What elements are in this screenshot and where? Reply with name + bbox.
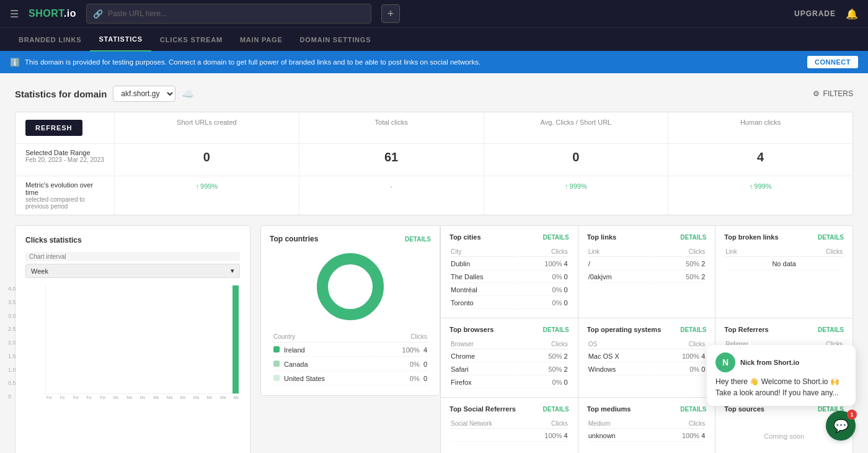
no-data-label: No data: [725, 258, 843, 270]
top-browsers-title: Top browsers: [450, 326, 494, 333]
y-axis: 4.0 3.5 3.0 2.5 2.0 1.5 1.0 0.5 0: [8, 285, 16, 400]
nav-main-page[interactable]: MAIN PAGE: [231, 28, 291, 52]
short-urls-header: Short URLs created: [125, 119, 289, 126]
short-urls-trend: ↑999%: [125, 182, 289, 190]
banner-message: This domain is provided for testing purp…: [25, 58, 802, 66]
top-os-details[interactable]: DETAILS: [680, 326, 706, 333]
domain-selector[interactable]: akf.short.gy: [113, 86, 175, 102]
top-social-referrers-panel: Top Social Referrers DETAILS Social Netw…: [441, 398, 578, 453]
browser-col-header: Browser: [451, 339, 515, 349]
top-social-referrers-details[interactable]: DETAILS: [543, 406, 569, 413]
top-os-title: Top operating systems: [587, 326, 662, 333]
cloud-icon[interactable]: ☁️: [182, 88, 194, 100]
hamburger-icon[interactable]: ☰: [10, 8, 19, 20]
chat-icon: 💬: [833, 418, 849, 433]
y-label-05: 0.5: [8, 380, 16, 386]
country-name: Ireland: [271, 344, 374, 357]
country-pct: 100%: [402, 346, 420, 354]
notification-bell-icon[interactable]: 🔔: [846, 8, 858, 20]
y-label-15: 1.5: [8, 353, 16, 359]
top-cities-header: Top cities DETAILS: [450, 233, 569, 241]
city-row: Dublin100% 4: [451, 258, 568, 270]
avg-clicks-header: Avg. Clicks / Short URL: [494, 119, 658, 126]
city-row: The Dalles0% 0: [451, 271, 568, 283]
medium-row: unknown100% 4: [588, 430, 706, 442]
chat-badge: 1: [847, 410, 857, 419]
country-dot: [273, 375, 280, 381]
date-range-value: Feb 20, 2023 - Mar 22, 2023: [25, 156, 104, 163]
bar-chart: [45, 285, 240, 394]
top-mediums-details[interactable]: DETAILS: [680, 406, 706, 413]
stats-header: Statistics for domain akf.short.gy ☁️ ⚙ …: [15, 86, 853, 102]
y-label-40: 4.0: [8, 285, 16, 292]
y-label-30: 3.0: [8, 313, 16, 319]
evolution-sublabel: selected compared to previous period: [25, 196, 104, 210]
chat-widget: N Nick from Short.io Hey there 👋 Welcome…: [707, 345, 856, 441]
secondary-nav: BRANDED LINKS STATISTICS CLICKS STREAM M…: [0, 27, 868, 51]
url-input-wrap: 🔗: [86, 4, 371, 24]
city-col-header: City: [451, 247, 518, 257]
url-input[interactable]: [108, 9, 365, 18]
top-links-details[interactable]: DETAILS: [680, 234, 706, 241]
info-icon: ℹ️: [10, 58, 20, 67]
total-clicks-value: 61: [309, 150, 474, 164]
no-data-row: No data: [725, 258, 843, 270]
nav-domain-settings[interactable]: DOMAIN SETTINGS: [291, 28, 380, 52]
browser-row: Firefox0% 0: [451, 377, 568, 388]
nav-statistics[interactable]: STATISTICS: [90, 28, 151, 52]
connect-button[interactable]: CONNECT: [807, 56, 858, 68]
top-cities-title: Top cities: [450, 233, 481, 241]
top-social-referrers-header: Top Social Referrers DETAILS: [450, 405, 569, 413]
top-broken-links-details[interactable]: DETAILS: [818, 234, 844, 241]
social-network-col-header: Social Network: [451, 419, 525, 429]
chat-open-button[interactable]: 💬 1: [826, 411, 856, 441]
browser-row: Chrome50% 2: [451, 351, 568, 362]
country-row: United States 0% 0: [271, 372, 430, 385]
top-broken-links-table: Link Clicks No data: [724, 246, 844, 271]
interval-value: Week: [31, 267, 48, 275]
country-table: Country Clicks Ireland: [270, 330, 431, 387]
top-broken-links-panel: Top broken links DETAILS Link Clicks No …: [715, 226, 853, 318]
info-banner: ℹ️ This domain is provided for testing p…: [0, 51, 868, 73]
country-dot: [273, 346, 280, 352]
bar-chart-container: 4.0 3.5 3.0 2.5 2.0 1.5 1.0 0.5 0 Feb 20…: [25, 285, 240, 400]
evolution-label: Metric's evolution over time: [25, 181, 104, 196]
top-browsers-panel: Top browsers DETAILS Browser Clicks Chro…: [441, 318, 578, 398]
link-clicks-header: Clicks: [653, 247, 705, 257]
top-mediums-table: Medium Clicks unknown100% 4: [587, 418, 707, 443]
countries-panel: Top countries DETAILS: [260, 225, 440, 396]
top-mediums-header: Top mediums DETAILS: [587, 405, 707, 413]
countries-details-link[interactable]: DETAILS: [405, 236, 431, 243]
stats-combined-box: REFRESH Short URLs created Total clicks …: [15, 112, 853, 215]
top-broken-links-title: Top broken links: [724, 233, 778, 241]
avg-clicks-value: 0: [494, 150, 658, 164]
top-browsers-details[interactable]: DETAILS: [543, 326, 569, 333]
donut-chart-wrap: [270, 249, 431, 324]
refresh-button[interactable]: REFRESH: [25, 120, 82, 136]
interval-select[interactable]: Week ▾: [25, 264, 240, 278]
add-url-button[interactable]: +: [381, 4, 400, 23]
country-clicks: 0: [423, 375, 427, 382]
top-cities-details[interactable]: DETAILS: [543, 234, 569, 241]
human-clicks-value: 4: [678, 150, 843, 164]
stats-for-domain-label: Statistics for domain: [15, 89, 107, 99]
clicks-stats-box: Clicks statistics Chart interval Week ▾ …: [15, 225, 250, 453]
left-panel: Clicks statistics Chart interval Week ▾ …: [15, 225, 250, 453]
city-row: Montréal0% 0: [451, 284, 568, 296]
chat-bubble-header: N Nick from Short.io: [715, 352, 847, 372]
city-row: Toronto0% 0: [451, 297, 568, 309]
nav-right: UPGRADE 🔔: [794, 8, 858, 20]
top-referrers-details[interactable]: DETAILS: [818, 326, 844, 333]
top-social-referrers-table: Social Network Clicks 100% 4: [450, 418, 569, 443]
logo: SHORT.io: [29, 8, 76, 19]
x-labels: Feb 20Feb 22Feb 24Feb 26Feb 28Mar 2Mar 4…: [45, 394, 240, 400]
upgrade-button[interactable]: UPGRADE: [794, 9, 836, 18]
link-icon: 🔗: [93, 9, 103, 19]
top-os-header: Top operating systems DETAILS: [587, 326, 707, 333]
top-links-title: Top links: [587, 233, 616, 241]
nav-branded-links[interactable]: BRANDED LINKS: [10, 28, 90, 52]
filters-button[interactable]: ⚙ FILTERS: [813, 89, 853, 98]
nav-clicks-stream[interactable]: CLICKS STREAM: [151, 28, 231, 52]
chat-message: Hey there 👋 Welcome to Short.io 🙌 Take a…: [715, 376, 847, 398]
country-clicks: 4: [423, 346, 427, 354]
